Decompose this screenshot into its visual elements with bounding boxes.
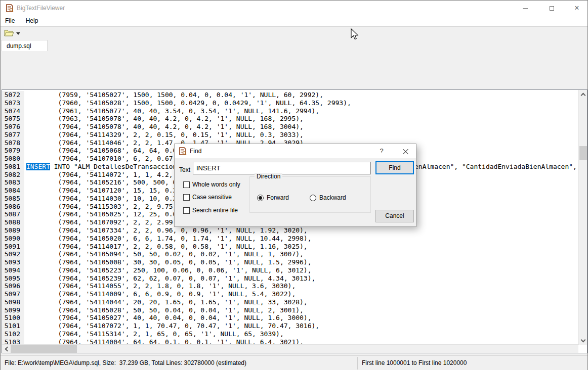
code-line[interactable]: 5094 (7964, '54105223', 250, 100, 0.06, … bbox=[2, 266, 578, 274]
horizontal-scrollbar[interactable] bbox=[2, 344, 578, 353]
line-number: 5078 bbox=[2, 139, 24, 147]
code-line[interactable]: 5093 (7964, '54105008', 30, 30, 0.05, 0,… bbox=[2, 258, 578, 266]
line-text: (7964, '54105094', 50, 50, 0.02, 0, 0.02… bbox=[24, 250, 304, 258]
line-text: (7964, '54107072', 1, 1, 70.47, 0, 70.47… bbox=[24, 322, 319, 330]
code-line[interactable]: 5095 (7964, '54105239', 62, 62, 0.07, 0,… bbox=[2, 274, 578, 283]
scroll-up-icon[interactable] bbox=[579, 90, 587, 99]
code-line[interactable]: 5092 (7964, '54105094', 50, 50, 0.02, 0,… bbox=[2, 250, 578, 258]
whole-words-label: Whole words only bbox=[192, 181, 240, 188]
cancel-button[interactable]: Cancel bbox=[375, 210, 414, 222]
horizontal-scroll-thumb[interactable] bbox=[11, 345, 77, 353]
vertical-scrollbar[interactable] bbox=[578, 90, 587, 345]
case-sensitive-checkbox[interactable] bbox=[183, 194, 190, 201]
close-icon bbox=[403, 149, 408, 154]
line-number: 5081 bbox=[2, 163, 24, 171]
case-sensitive-option[interactable]: Case sensitive bbox=[183, 194, 232, 201]
line-number: 5086 bbox=[2, 203, 24, 211]
code-line[interactable]: 5073 (7960, '54105028', 1500, 1500, 0.04… bbox=[2, 99, 578, 107]
line-number: 5102 bbox=[2, 330, 24, 338]
window-title: BigTextFileViewer bbox=[17, 5, 65, 12]
code-line[interactable]: 5074 (7961, '54105077', 40, 40, 3.54, 0,… bbox=[2, 107, 578, 115]
toolbar bbox=[1, 27, 587, 40]
line-number: 5084 bbox=[2, 187, 24, 195]
search-entire-file-checkbox[interactable] bbox=[183, 207, 190, 214]
scroll-left-icon[interactable] bbox=[2, 345, 11, 353]
code-line[interactable]: 5103 (7964, '54114004', 64, 64, 0.1, 0, … bbox=[2, 338, 578, 344]
code-line[interactable]: 5100 (7964, '54105027', 40, 40, 0.04, 0,… bbox=[2, 314, 578, 322]
forward-option[interactable]: Forward bbox=[257, 194, 289, 201]
tab-dump-sql[interactable]: dump.sql bbox=[1, 40, 48, 51]
minimize-icon bbox=[523, 8, 528, 9]
code-line[interactable]: 5077 (7964, '54114329', 2, 2, 0.15, 0, 0… bbox=[2, 131, 578, 139]
menu-file[interactable]: File bbox=[1, 16, 19, 26]
line-text: (7964, '54105078', 40, 40, 4.2, 0, 4.2, … bbox=[24, 123, 304, 131]
code-line[interactable]: 5075 (7963, '54105078', 40, 40, 4.2, 0, … bbox=[2, 115, 578, 123]
line-number: 5094 bbox=[2, 266, 24, 274]
text-label: Text bbox=[179, 166, 190, 173]
code-line[interactable]: 5102 (7964, '54115314', 2, 1, 65, 0, 65,… bbox=[2, 330, 578, 338]
close-icon: × bbox=[574, 4, 579, 12]
case-sensitive-label: Case sensitive bbox=[192, 194, 232, 201]
line-text: (7964, '54115314', 2, 1, 65, 0, 65, '1',… bbox=[24, 330, 284, 338]
scroll-down-icon[interactable] bbox=[579, 337, 587, 345]
find-dialog-titlebar[interactable]: Find ? bbox=[175, 144, 416, 158]
search-match-highlight: INSERT bbox=[26, 163, 50, 170]
menu-help[interactable]: Help bbox=[21, 16, 43, 26]
forward-label: Forward bbox=[267, 194, 289, 201]
line-text: (7964, '54114009', 6, 6, 0.9, 0, 0.9, '1… bbox=[24, 290, 296, 298]
line-text: (7964, '54114017', 2, 2, 0.58, 0, 0.58, … bbox=[24, 243, 308, 251]
line-number: 5101 bbox=[2, 322, 24, 330]
line-number: 5095 bbox=[2, 274, 24, 283]
line-text: (7963, '54105078', 40, 40, 4.2, 0, 4.2, … bbox=[24, 115, 304, 123]
code-line[interactable]: 5096 (7964, '54114055', 2, 2, 1.8, 0, 1.… bbox=[2, 282, 578, 290]
line-number: 5092 bbox=[2, 250, 24, 258]
status-line-range: First line 1000001 to First line 1020000 bbox=[362, 359, 467, 366]
line-number: 5097 bbox=[2, 290, 24, 298]
code-line[interactable]: 5072 (7959, '54105027', 1500, 1500, 0.04… bbox=[2, 91, 578, 99]
line-number: 5076 bbox=[2, 123, 24, 131]
dialog-find-button[interactable]: Find bbox=[375, 161, 414, 174]
line-number: 5075 bbox=[2, 115, 24, 123]
controls-panel: Word Wrap Encoding UTF-8 Find Stop Find … bbox=[1, 51, 587, 89]
code-line[interactable]: 5099 (7964, '54105028', 50, 50, 0.04, 0,… bbox=[2, 306, 578, 314]
code-line[interactable]: 5098 (7964, '54114044', 20, 20, 1.65, 0,… bbox=[2, 298, 578, 306]
app-window: BigTextFileViewer × File Help dump.sql W… bbox=[0, 0, 588, 370]
vertical-scroll-thumb[interactable] bbox=[579, 146, 587, 160]
menu-bar: File Help bbox=[1, 16, 587, 27]
help-button[interactable]: ? bbox=[373, 144, 390, 158]
line-number: 5080 bbox=[2, 155, 24, 163]
code-line[interactable]: 5091 (7964, '54114017', 2, 2, 0.58, 0, 0… bbox=[2, 243, 578, 251]
search-entire-file-option[interactable]: Search entire file bbox=[183, 207, 238, 214]
app-icon bbox=[6, 4, 14, 14]
whole-words-option[interactable]: Whole words only bbox=[183, 181, 240, 188]
open-file-button[interactable] bbox=[3, 28, 22, 39]
line-number: 5093 bbox=[2, 258, 24, 266]
forward-radio[interactable] bbox=[257, 195, 264, 201]
line-number: 5085 bbox=[2, 195, 24, 203]
line-number: 5072 bbox=[2, 91, 24, 99]
code-line[interactable]: 5089 (7964, '54107334', 2, 2, 0.96, 0, 0… bbox=[2, 226, 578, 235]
maximize-icon bbox=[550, 6, 554, 11]
minimize-button[interactable] bbox=[514, 1, 537, 16]
dialog-close-button[interactable] bbox=[395, 144, 415, 158]
line-number: 5077 bbox=[2, 131, 24, 139]
backward-option[interactable]: Backward bbox=[310, 194, 346, 201]
find-dialog-title: Find bbox=[190, 148, 201, 155]
line-number: 5087 bbox=[2, 210, 24, 218]
line-number: 5073 bbox=[2, 99, 24, 107]
line-number: 5099 bbox=[2, 306, 24, 314]
line-text: (7959, '54105027', 1500, 1500, 0.04, 0, … bbox=[24, 91, 323, 99]
code-line[interactable]: 5076 (7964, '54105078', 40, 40, 4.2, 0, … bbox=[2, 123, 578, 131]
line-number: 5096 bbox=[2, 282, 24, 290]
line-text: (7964, '54105008', 30, 30, 0.05, 0, 0.05… bbox=[24, 258, 312, 266]
close-button[interactable]: × bbox=[565, 1, 588, 16]
line-text: (7964, '54114004', 64, 64, 0.1, 0, 0.1, … bbox=[24, 338, 304, 344]
line-text: (7964, '54105020', 6, 6, 1.74, 0, 1.74, … bbox=[24, 235, 312, 243]
code-line[interactable]: 5097 (7964, '54114009', 6, 6, 0.9, 0, 0.… bbox=[2, 290, 578, 298]
whole-words-checkbox[interactable] bbox=[183, 181, 190, 188]
line-text: (7961, '54105077', 40, 40, 3.54, 0, 3.54… bbox=[24, 107, 319, 115]
code-line[interactable]: 5101 (7964, '54107072', 1, 1, 70.47, 0, … bbox=[2, 322, 578, 330]
code-line[interactable]: 5090 (7964, '54105020', 6, 6, 1.74, 0, 1… bbox=[2, 235, 578, 243]
maximize-button[interactable] bbox=[540, 1, 563, 16]
backward-radio[interactable] bbox=[310, 195, 316, 201]
